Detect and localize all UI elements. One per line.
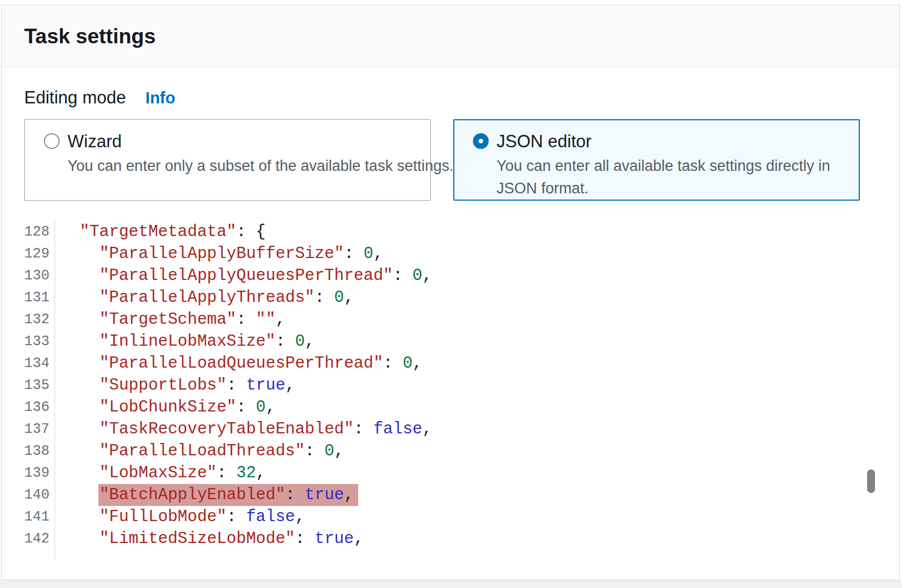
card-body: Editing mode Info Wizard You can enter o… bbox=[2, 88, 899, 560]
code-line[interactable]: 134 "ParallelLoadQueuesPerThread": 0, bbox=[24, 352, 877, 374]
editing-mode-row: Editing mode Info bbox=[24, 88, 877, 108]
wizard-tile-description: You can enter only a subset of the avail… bbox=[67, 155, 453, 177]
line-number: 131 bbox=[24, 287, 55, 309]
wizard-tile[interactable]: Wizard You can enter only a subset of th… bbox=[24, 119, 431, 201]
code-lines: 128 "TargetMetadata": {129 "ParallelAppl… bbox=[24, 221, 877, 560]
code-text: "LimitedSizeLobMode": true, bbox=[55, 528, 364, 550]
code-text: "ParallelLoadThreads": 0, bbox=[55, 440, 344, 462]
code-line[interactable]: 132 "TargetSchema": "", bbox=[24, 309, 877, 331]
wizard-tile-label: Wizard bbox=[67, 131, 453, 152]
code-text: "TaskRecoveryTableEnabled": false, bbox=[55, 418, 432, 440]
line-number: 141 bbox=[24, 506, 55, 528]
code-text: "TargetSchema": "", bbox=[55, 309, 285, 331]
editing-mode-tiles: Wizard You can enter only a subset of th… bbox=[24, 119, 877, 201]
code-text: "LobMaxSize": 32, bbox=[55, 462, 266, 484]
code-text: "BatchApplyEnabled": true, bbox=[55, 484, 354, 506]
scrollbar-thumb[interactable] bbox=[867, 469, 875, 493]
radio-button-checked-icon[interactable] bbox=[473, 133, 489, 149]
json-editor-tile-label: JSON editor bbox=[497, 131, 834, 152]
code-text: "ParallelApplyThreads": 0, bbox=[55, 287, 354, 309]
line-number: 132 bbox=[24, 309, 55, 331]
code-text: "SupportLobs": true, bbox=[55, 374, 295, 396]
line-number: 134 bbox=[24, 352, 55, 374]
line-number: 136 bbox=[24, 396, 55, 418]
code-text: "ParallelApplyBufferSize": 0, bbox=[55, 243, 383, 265]
page-background-strip bbox=[0, 580, 902, 588]
code-line[interactable]: 141 "FullLobMode": false, bbox=[24, 506, 877, 528]
wizard-tile-text: Wizard You can enter only a subset of th… bbox=[67, 131, 453, 177]
line-number: 129 bbox=[24, 243, 55, 265]
line-number: 140 bbox=[24, 484, 55, 506]
code-line[interactable]: 135 "SupportLobs": true, bbox=[24, 374, 877, 396]
code-line[interactable]: 133 "InlineLobMaxSize": 0, bbox=[24, 331, 877, 352]
code-line[interactable]: 139 "LobMaxSize": 32, bbox=[24, 462, 877, 484]
code-text: "TargetMetadata": { bbox=[55, 221, 265, 243]
code-text: "InlineLobMaxSize": 0, bbox=[55, 331, 315, 352]
search-highlight: "BatchApplyEnabled": true, bbox=[98, 484, 359, 506]
line-number: 130 bbox=[24, 265, 55, 287]
page-title: Task settings bbox=[24, 24, 877, 49]
line-number: 142 bbox=[24, 528, 55, 550]
code-text: "ParallelApplyQueuesPerThread": 0, bbox=[55, 265, 432, 287]
code-line-stub bbox=[24, 550, 877, 560]
code-text: "FullLobMode": false, bbox=[55, 506, 305, 528]
line-number: 139 bbox=[24, 462, 55, 484]
radio-button-unchecked-icon[interactable] bbox=[44, 133, 60, 149]
json-editor-tile[interactable]: JSON editor You can enter all available … bbox=[453, 119, 860, 201]
code-line[interactable]: 130 "ParallelApplyQueuesPerThread": 0, bbox=[24, 265, 877, 287]
line-number: 128 bbox=[24, 221, 55, 243]
code-text: "ParallelLoadQueuesPerThread": 0, bbox=[55, 352, 422, 374]
code-line[interactable]: 129 "ParallelApplyBufferSize": 0, bbox=[24, 243, 877, 265]
info-link[interactable]: Info bbox=[146, 89, 175, 107]
task-settings-card: Task settings Editing mode Info Wizard Y… bbox=[1, 4, 900, 580]
line-number: 138 bbox=[24, 440, 55, 462]
code-line[interactable]: 140 "BatchApplyEnabled": true, bbox=[24, 484, 877, 506]
code-text: "LobChunkSize": 0, bbox=[55, 396, 276, 418]
json-code-editor[interactable]: 128 "TargetMetadata": {129 "ParallelAppl… bbox=[24, 221, 877, 560]
code-line[interactable]: 136 "LobChunkSize": 0, bbox=[24, 396, 877, 418]
line-number: 133 bbox=[24, 331, 55, 352]
code-line[interactable]: 131 "ParallelApplyThreads": 0, bbox=[24, 287, 877, 309]
code-line[interactable]: 138 "ParallelLoadThreads": 0, bbox=[24, 440, 877, 462]
editing-mode-label: Editing mode bbox=[24, 88, 126, 107]
code-line[interactable]: 128 "TargetMetadata": { bbox=[24, 221, 877, 243]
line-number: 135 bbox=[24, 374, 55, 396]
code-line[interactable]: 137 "TaskRecoveryTableEnabled": false, bbox=[24, 418, 877, 440]
code-line[interactable]: 142 "LimitedSizeLobMode": true, bbox=[24, 528, 877, 550]
json-editor-tile-text: JSON editor You can enter all available … bbox=[497, 131, 834, 200]
card-header: Task settings bbox=[2, 5, 899, 67]
json-editor-tile-description: You can enter all available task setting… bbox=[497, 155, 834, 200]
line-number: 137 bbox=[24, 418, 55, 440]
